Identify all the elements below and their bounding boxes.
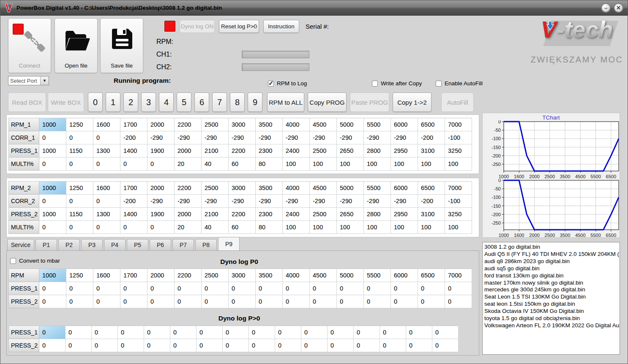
open-file-button[interactable]: Open file: [55, 18, 98, 73]
table-cell[interactable]: 100: [283, 221, 310, 234]
table-cell[interactable]: 0: [120, 295, 147, 308]
table-cell[interactable]: 0: [66, 158, 93, 171]
rpm-to-log-checkbox[interactable]: RPM to Log: [268, 80, 307, 87]
table-cell[interactable]: 0: [66, 131, 93, 144]
table-cell[interactable]: 2000: [147, 118, 175, 131]
table-cell[interactable]: 0: [202, 295, 229, 308]
table-cell[interactable]: 100: [337, 158, 364, 171]
table-cell[interactable]: 0: [39, 158, 66, 171]
table-cell[interactable]: 0: [197, 326, 223, 339]
table-cell[interactable]: 4500: [310, 182, 337, 195]
table-cell[interactable]: -290: [147, 131, 175, 144]
table-cell[interactable]: 100: [283, 158, 310, 171]
table-cell[interactable]: 1000: [39, 182, 66, 195]
tab-p4[interactable]: P4: [104, 239, 126, 250]
table-cell[interactable]: -100: [445, 195, 472, 208]
table-cell[interactable]: 80: [256, 158, 283, 171]
table-cell[interactable]: 20: [175, 158, 202, 171]
table-cell[interactable]: 1000: [39, 118, 66, 131]
table-cell[interactable]: 0: [197, 339, 223, 352]
table-cell[interactable]: 0: [147, 158, 175, 171]
file-list-item[interactable]: toyota 1.5 go digital od obciążenia.bin: [484, 315, 618, 322]
table-cell[interactable]: 100: [391, 158, 418, 171]
table-cell[interactable]: -100: [445, 131, 472, 144]
file-list-item[interactable]: Audi Q5 II (FY FL) 40 TDI MHEV 2.0 150kW…: [484, 251, 618, 258]
table-cell[interactable]: 0: [175, 295, 202, 308]
table-cell[interactable]: 1150: [66, 144, 93, 158]
file-list-item[interactable]: ford transit 130km go digital.bin: [484, 272, 618, 280]
table-cell[interactable]: 0: [249, 326, 275, 339]
table-cell[interactable]: -290: [391, 131, 418, 144]
copy-prog-button[interactable]: Copy PROG: [308, 92, 347, 112]
table-cell[interactable]: 0: [147, 282, 175, 295]
table-cell[interactable]: 0: [256, 295, 283, 308]
table-cell[interactable]: -290: [229, 131, 256, 144]
table-cell[interactable]: 0: [406, 326, 432, 339]
table-cell[interactable]: 3250: [445, 208, 472, 221]
table-cell[interactable]: 0: [354, 339, 380, 352]
table-cell[interactable]: 0: [223, 326, 249, 339]
table-cell[interactable]: 0: [418, 295, 445, 308]
table-cell[interactable]: 3000: [229, 182, 256, 195]
table-cell[interactable]: 0: [39, 221, 66, 234]
write-after-copy-checkbox[interactable]: Write after Copy: [372, 80, 422, 87]
table-cell[interactable]: -200: [120, 131, 147, 144]
table-cell[interactable]: 100: [364, 158, 391, 171]
copy-1-to-2-button[interactable]: Copy 1->2: [393, 92, 431, 112]
table-cell[interactable]: 1300: [93, 208, 120, 221]
dropdown-arrow-icon[interactable]: ▼: [40, 76, 49, 85]
table-cell[interactable]: 3100: [418, 144, 445, 158]
table-cell[interactable]: 20: [175, 221, 202, 234]
table-cell[interactable]: 0: [120, 158, 147, 171]
table-cell[interactable]: -290: [256, 195, 283, 208]
table-cell[interactable]: -290: [364, 195, 391, 208]
table-cell[interactable]: 2500: [202, 118, 229, 131]
table-cell[interactable]: 0: [93, 158, 120, 171]
table-cell[interactable]: 3500: [256, 118, 283, 131]
table-cell[interactable]: 0: [310, 282, 337, 295]
table-cell[interactable]: 6500: [418, 118, 445, 131]
table-cell[interactable]: -290: [310, 195, 337, 208]
table-cell[interactable]: 5500: [364, 182, 391, 195]
table-cell[interactable]: 0: [310, 295, 337, 308]
table-cell[interactable]: 0: [120, 221, 147, 234]
table-cell[interactable]: 6500: [418, 182, 445, 195]
table-cell[interactable]: 0: [432, 326, 459, 339]
table-cell[interactable]: 0: [301, 326, 328, 339]
table-cell[interactable]: -290: [175, 195, 202, 208]
table-cell[interactable]: 1300: [93, 144, 120, 158]
table-cell[interactable]: 3000: [229, 269, 256, 282]
table-cell[interactable]: 0: [93, 195, 120, 208]
table-cell[interactable]: -290: [283, 195, 310, 208]
table-cell[interactable]: 2950: [391, 208, 418, 221]
table-cell[interactable]: 1900: [147, 144, 175, 158]
table-cell[interactable]: 3100: [418, 208, 445, 221]
table-cell[interactable]: 40: [202, 221, 229, 234]
checkbox-box[interactable]: [436, 81, 442, 87]
table-cell[interactable]: 100: [337, 221, 364, 234]
table-cell[interactable]: 0: [249, 339, 275, 352]
table-cell[interactable]: 6000: [391, 182, 418, 195]
table-cell[interactable]: 0: [337, 295, 364, 308]
table-cell[interactable]: 2000: [147, 182, 175, 195]
file-list-item[interactable]: Seat Leon 1.5 TSI 130KM Go Digital.bin: [484, 293, 618, 301]
table-cell[interactable]: 0: [275, 339, 301, 352]
file-list-item[interactable]: seat leon 1.5tsi 150km go digital.bin: [484, 301, 618, 308]
file-list-item[interactable]: master 170km nowy silnik go digital.bin: [484, 280, 618, 287]
table-cell[interactable]: 2000: [175, 208, 202, 221]
write-box-button[interactable]: Write BOX: [48, 92, 84, 112]
table-cell[interactable]: 100: [418, 158, 445, 171]
table-cell[interactable]: 0: [39, 131, 66, 144]
tab-p9[interactable]: P9: [218, 237, 240, 250]
reset-log-button[interactable]: Reset log P>0: [219, 20, 259, 33]
table-cell[interactable]: 6000: [391, 118, 418, 131]
table-cell[interactable]: 0: [283, 282, 310, 295]
digit-button-5[interactable]: 5: [177, 92, 191, 112]
table-cell[interactable]: -200: [418, 131, 445, 144]
file-list-item[interactable]: mercedes gle 300d 245km go digital.bin: [484, 286, 618, 293]
connect-button[interactable]: Connect: [8, 18, 51, 73]
table-cell[interactable]: 0: [147, 221, 175, 234]
file-list-item[interactable]: Volkswagen Arteon FL 2.0 190KM 2022 Go D…: [484, 322, 618, 329]
file-list-item[interactable]: 3008 1.2 go digital.bin: [484, 244, 618, 251]
save-file-button[interactable]: Save file: [100, 18, 143, 73]
